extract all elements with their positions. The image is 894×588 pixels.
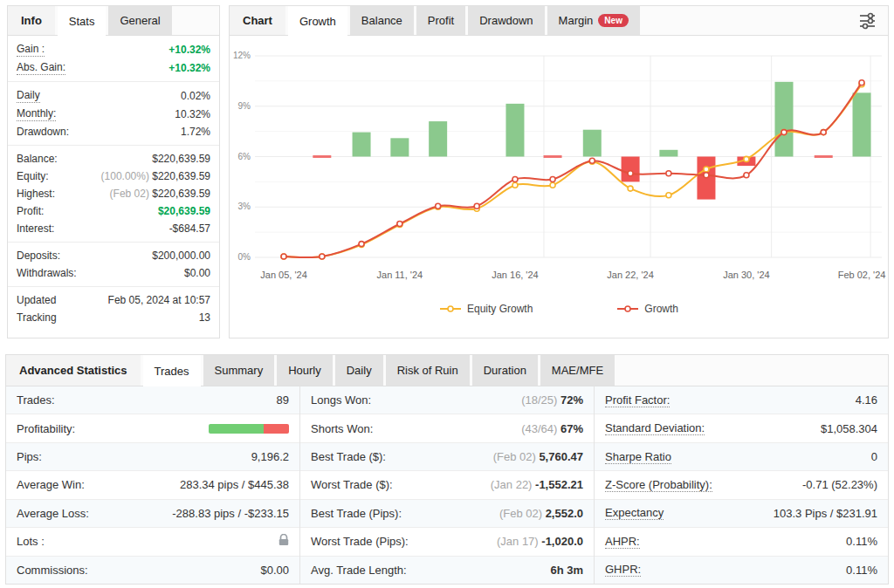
bottom-tabbar: Advanced Statistics TradesSummaryHourlyD… <box>6 355 888 386</box>
row-value: $0.00 <box>260 564 289 577</box>
data-point-marker <box>474 203 479 209</box>
table-row-worst-trade-pips: Worst Trade (Pips):(Jan 17) -1,020.0 <box>300 528 594 556</box>
row-label: Z-Score (Probability): <box>605 478 712 492</box>
tab-mae-mfe[interactable]: MAE/MFE <box>540 355 615 386</box>
legend-label: Growth <box>644 303 678 315</box>
tab-general[interactable]: General <box>108 6 171 35</box>
stat-label: Daily <box>17 88 40 103</box>
y-tick-label: 3% <box>238 202 251 211</box>
row-label: Commissions: <box>17 564 88 577</box>
legend-item-growth[interactable]: Growth <box>616 303 678 315</box>
stats-tabs: StatsGeneral <box>55 6 172 35</box>
stat-value-prefix: (Feb 02) <box>110 188 153 200</box>
data-point-marker <box>744 173 749 178</box>
tab-stats[interactable]: Stats <box>58 6 107 36</box>
tab-balance[interactable]: Balance <box>350 6 414 35</box>
tab-chart[interactable]: Chart <box>230 6 285 35</box>
tab-risk-of-ruin[interactable]: Risk of Ruin <box>386 355 470 386</box>
table-row-shorts-won: Shorts Won:(43/64) 67% <box>300 414 594 442</box>
tab-info[interactable]: Info <box>8 6 55 35</box>
tab-profit[interactable]: Profit <box>416 6 465 35</box>
stat-group: Gain :+10.32%Abs. Gain:+10.32% <box>8 36 219 82</box>
tab-margin[interactable]: MarginNew <box>547 6 640 35</box>
row-value-prefix: (Feb 02) <box>493 450 540 463</box>
row-value-prefix: (18/25) <box>521 393 560 407</box>
stat-label: Gain : <box>17 42 45 57</box>
stat-group: Balance:$220,639.59Equity:(100.00%) $220… <box>8 146 219 243</box>
daily-bar <box>853 92 871 156</box>
row-value: 0.11% <box>846 564 877 577</box>
stat-label: Highest: <box>17 187 55 201</box>
chart-settings-icon[interactable] <box>846 6 888 35</box>
row-value: $1,058.304 <box>821 422 877 435</box>
daily-bar <box>774 82 793 157</box>
data-point-marker <box>666 171 671 176</box>
table-row-profit-factor: Profit Factor:4.16 <box>595 386 888 414</box>
stat-value: +10.32% <box>168 61 210 75</box>
row-label: Longs Won: <box>311 393 371 407</box>
daily-bar <box>505 104 524 157</box>
legend-item-equity-growth[interactable]: Equity Growth <box>439 303 533 315</box>
equity-growth-legend-marker <box>439 304 462 313</box>
row-value: 89 <box>277 393 289 407</box>
table-row-best-trade-pips: Best Trade (Pips):(Feb 02) 2,552.0 <box>300 500 594 528</box>
stat-row-abs-gain: Abs. Gain:+10.32% <box>8 58 219 77</box>
tab-growth[interactable]: Growth <box>288 6 347 36</box>
row-label: Lots : <box>17 535 45 548</box>
table-row-ahpr: AHPR:0.11% <box>595 528 888 556</box>
row-value: (Feb 02) 2,552.0 <box>499 507 583 520</box>
tab-drawdown[interactable]: Drawdown <box>468 6 544 35</box>
growth-chart-panel: Chart GrowthBalanceProfitDrawdownMarginN… <box>229 5 889 338</box>
row-label: Shorts Won: <box>311 422 373 435</box>
advanced-statistics-header: Advanced Statistics <box>6 355 141 386</box>
lock-icon <box>279 534 289 549</box>
data-point-marker <box>821 130 826 135</box>
row-value: 0 <box>871 450 877 463</box>
stat-row-balance: Balance:$220,639.59 <box>8 150 219 168</box>
stat-value: $0.00 <box>184 266 210 280</box>
stat-group: Daily0.02%Monthly:10.32%Drawdown:1.72% <box>8 82 219 146</box>
x-tick-label: Jan 22, '24 <box>607 270 653 280</box>
row-label: Trades: <box>17 393 55 407</box>
daily-bar <box>313 155 331 158</box>
row-label: Expectancy <box>605 506 664 520</box>
tab-summary[interactable]: Summary <box>203 355 275 386</box>
stat-value: 13 <box>199 311 210 325</box>
table-row-lots: Lots : <box>6 528 299 556</box>
table-row-ghpr: GHPR:0.11% <box>595 557 888 584</box>
growth-chart: 0%3%6%9%12%Jan 05, '24Jan 11, '24Jan 16,… <box>230 36 888 338</box>
stat-row-withdrawals: Withdrawals:$0.00 <box>8 264 219 282</box>
stat-label: Abs. Gain: <box>17 60 65 75</box>
x-tick-label: Jan 30, '24 <box>723 270 769 280</box>
daily-bar <box>815 155 833 158</box>
table-row-worst-trade: Worst Trade ($):(Jan 22) -1,552.21 <box>300 471 594 499</box>
data-point-marker <box>666 193 671 198</box>
stats-rows: Gain :+10.32%Abs. Gain:+10.32%Daily0.02%… <box>8 36 219 331</box>
data-point-marker <box>436 203 441 209</box>
stat-row-updated: UpdatedFeb 05, 2024 at 10:57 <box>8 291 219 309</box>
tab-hourly[interactable]: Hourly <box>277 355 333 386</box>
row-label: Best Trade (Pips): <box>311 507 402 520</box>
stat-value: 1.72% <box>181 125 210 139</box>
new-badge: New <box>598 14 629 27</box>
row-value-prefix: (Feb 02) <box>499 507 546 520</box>
tab-daily[interactable]: Daily <box>335 355 383 386</box>
data-point-marker <box>628 186 633 191</box>
table-row-expectancy: Expectancy103.3 Pips / $231.91 <box>595 500 888 528</box>
table-row-best-trade: Best Trade ($):(Feb 02) 5,760.47 <box>300 443 594 471</box>
stat-row-deposits: Deposits:$200,000.00 <box>8 247 219 264</box>
table-row-sharpe-ratio: Sharpe Ratio0 <box>595 443 888 471</box>
data-point-marker <box>859 80 864 85</box>
stat-row-gain: Gain :+10.32% <box>8 40 219 58</box>
tab-trades[interactable]: Trades <box>143 355 201 386</box>
row-label: Profit Factor: <box>605 393 670 407</box>
data-point-marker <box>744 156 749 161</box>
chart-tabs: GrowthBalanceProfitDrawdownMarginNew <box>285 6 640 35</box>
table-row-commissions: Commissions:$0.00 <box>6 557 299 584</box>
tab-duration[interactable]: Duration <box>472 355 538 386</box>
table-row-pips: Pips:9,196.2 <box>6 443 299 471</box>
row-value: (Feb 02) 5,760.47 <box>493 450 583 463</box>
row-label: Standard Deviation: <box>605 421 705 435</box>
table-row-average-loss: Average Loss:-288.83 pips / -$233.15 <box>6 500 299 528</box>
y-tick-label: 6% <box>238 152 251 161</box>
